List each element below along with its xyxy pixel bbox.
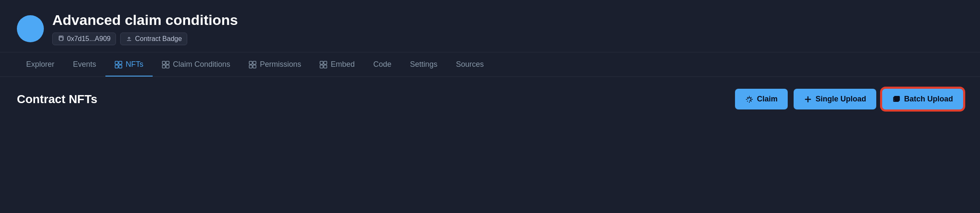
- nav-label-embed: Embed: [331, 60, 355, 69]
- svg-rect-5: [162, 61, 165, 64]
- permissions-icon: [249, 61, 256, 68]
- svg-rect-1: [115, 61, 118, 64]
- copy-icon: [58, 36, 65, 42]
- section-title: Contract NFTs: [17, 93, 97, 106]
- nav-label-sources: Sources: [456, 60, 484, 69]
- upload-icon: [126, 36, 132, 42]
- nav-item-embed[interactable]: Embed: [310, 52, 364, 76]
- nav-label-permissions: Permissions: [260, 60, 301, 69]
- nav-item-permissions[interactable]: Permissions: [240, 52, 310, 76]
- nav-item-nfts[interactable]: NFTs: [105, 52, 153, 76]
- svg-rect-0: [59, 37, 63, 41]
- batch-upload-icon: [892, 95, 901, 104]
- single-upload-button-label: Single Upload: [816, 95, 866, 104]
- claim-button-label: Claim: [757, 95, 778, 104]
- nav-item-code[interactable]: Code: [364, 52, 401, 76]
- nav-item-sources[interactable]: Sources: [447, 52, 493, 76]
- svg-rect-12: [253, 65, 256, 68]
- nav-item-settings[interactable]: Settings: [401, 52, 447, 76]
- nav-item-explorer[interactable]: Explorer: [17, 52, 64, 76]
- header: Advanced claim conditions 0x7d15...A909 …: [0, 0, 980, 52]
- svg-rect-10: [253, 61, 256, 64]
- nav-label-claim-conditions: Claim Conditions: [173, 60, 230, 69]
- action-buttons: Claim Single Upload Batch Upload: [735, 89, 963, 109]
- svg-rect-18: [894, 96, 899, 101]
- navigation: Explorer Events NFTs Claim Conditions: [0, 52, 980, 77]
- content-section: Contract NFTs Claim Single Upload Batch …: [0, 77, 980, 121]
- nav-label-code: Code: [373, 60, 391, 69]
- nav-label-explorer: Explorer: [26, 60, 54, 69]
- page-title: Advanced claim conditions: [52, 12, 238, 28]
- svg-rect-3: [115, 65, 118, 68]
- address-text: 0x7d15...A909: [67, 35, 110, 43]
- batch-upload-button[interactable]: Batch Upload: [882, 89, 963, 109]
- svg-rect-4: [119, 65, 122, 68]
- plus-icon: [804, 95, 812, 104]
- nav-label-nfts: NFTs: [126, 60, 143, 69]
- svg-rect-7: [162, 65, 165, 68]
- nav-label-settings: Settings: [410, 60, 437, 69]
- batch-upload-button-label: Batch Upload: [904, 95, 953, 104]
- nfts-icon: [115, 61, 122, 68]
- claim-icon: [745, 95, 754, 104]
- nav-item-claim-conditions[interactable]: Claim Conditions: [153, 52, 240, 76]
- svg-rect-11: [249, 65, 252, 68]
- nav-label-events: Events: [73, 60, 96, 69]
- svg-rect-13: [320, 61, 323, 64]
- svg-rect-6: [166, 61, 169, 64]
- contract-badge-text: Contract Badge: [135, 35, 182, 43]
- svg-rect-16: [324, 65, 327, 68]
- nav-item-events[interactable]: Events: [64, 52, 105, 76]
- contract-badge[interactable]: Contract Badge: [120, 33, 187, 45]
- svg-rect-2: [119, 61, 122, 64]
- address-badge[interactable]: 0x7d15...A909: [52, 33, 116, 45]
- svg-rect-14: [324, 61, 327, 64]
- embed-icon: [320, 61, 327, 68]
- header-badges: 0x7d15...A909 Contract Badge: [52, 33, 238, 45]
- svg-rect-15: [320, 65, 323, 68]
- svg-rect-8: [166, 65, 169, 68]
- svg-rect-9: [249, 61, 252, 64]
- claim-button[interactable]: Claim: [735, 89, 788, 109]
- header-info: Advanced claim conditions 0x7d15...A909 …: [52, 12, 238, 45]
- single-upload-button[interactable]: Single Upload: [794, 89, 876, 109]
- claim-conditions-icon: [162, 61, 170, 68]
- avatar: [17, 15, 44, 42]
